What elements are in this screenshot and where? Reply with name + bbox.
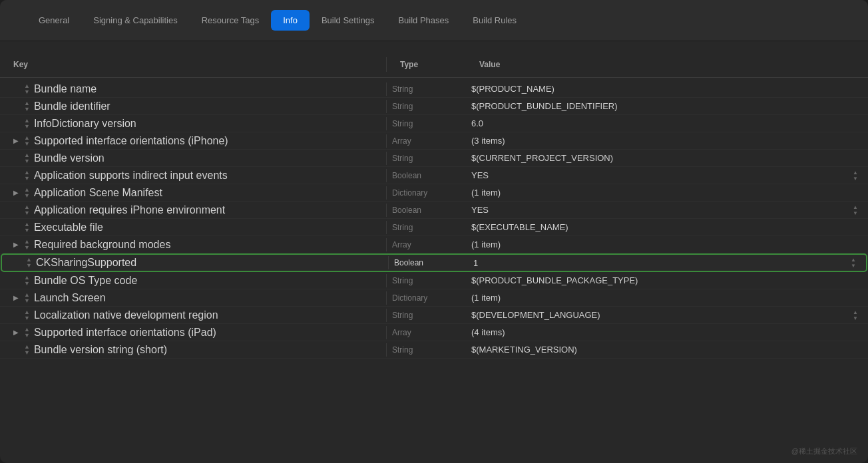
row-key-stepper[interactable]: ▲▼ (24, 152, 30, 164)
row-key-cell: ▶▲▼Application Scene Manifest (0, 185, 386, 201)
row-type-cell: Array (386, 238, 466, 251)
row-key-cell: ▶▲▼Required background modes (0, 237, 386, 253)
row-key-cell: ▲▼InfoDictionary version (0, 116, 386, 132)
row-type-cell: Dictionary (386, 291, 466, 305)
row-key-text: Supported interface orientations (iPhone… (34, 135, 228, 147)
row-type-cell: String (386, 82, 466, 96)
table-row[interactable]: ▲▼Bundle versionString$(CURRENT_PROJECT_… (0, 150, 868, 167)
row-key-cell: ▲▼Application requires iPhone environmen… (0, 202, 386, 218)
row-key-stepper[interactable]: ▲▼ (24, 275, 30, 287)
row-key-text: CKSharingSupported (36, 257, 136, 269)
row-value-cell: $(PRODUCT_BUNDLE_PACKAGE_TYPE) (466, 273, 848, 287)
row-type-cell: Array (386, 326, 466, 339)
col-header-value: Value (466, 57, 848, 72)
table-row[interactable]: ▶▲▼Supported interface orientations (iPa… (0, 324, 868, 341)
table-row[interactable]: ▲▼Executable fileString$(EXECUTABLE_NAME… (0, 219, 868, 236)
row-key-cell: ▲▼Bundle version string (short) (0, 342, 386, 358)
tab-general[interactable]: General (27, 10, 81, 31)
row-value-cell: (1 item) (466, 237, 848, 251)
row-key-stepper[interactable]: ▲▼ (24, 100, 30, 112)
row-key-cell: ▲▼CKSharingSupported (2, 255, 388, 271)
row-key-text: Launch Screen (34, 292, 106, 304)
row-type-cell: String (386, 274, 466, 287)
expand-arrow-icon[interactable]: ▶ (13, 329, 20, 336)
table-row[interactable]: ▲▼Localization native development region… (0, 307, 868, 324)
row-key-stepper[interactable]: ▲▼ (24, 309, 30, 321)
row-key-stepper[interactable]: ▲▼ (24, 292, 30, 304)
table-row[interactable]: ▲▼Bundle version string (short)String$(M… (0, 341, 868, 359)
table-row[interactable]: ▲▼Application supports indirect input ev… (0, 167, 868, 184)
row-value-cell: $(MARKETING_VERSION) (466, 343, 848, 357)
expand-arrow-icon[interactable]: ▶ (13, 137, 20, 144)
row-key-cell: ▶▲▼Supported interface orientations (iPa… (0, 325, 386, 341)
row-key-stepper[interactable]: ▲▼ (24, 222, 30, 233)
row-key-stepper[interactable]: ▲▼ (24, 239, 30, 251)
row-value-cell: $(PRODUCT_NAME) (466, 82, 848, 96)
row-value-cell: $(PRODUCT_BUNDLE_IDENTIFIER) (466, 99, 848, 113)
tab-build-phases[interactable]: Build Phases (386, 10, 461, 31)
row-key-cell: ▲▼Bundle identifier (0, 98, 386, 114)
table-row[interactable]: ▶▲▼Launch ScreenDictionary(1 item) (0, 289, 868, 307)
row-type-cell: String (386, 343, 466, 357)
row-key-cell: ▲▼Bundle OS Type code (0, 273, 386, 289)
row-key-stepper[interactable]: ▲▼ (24, 327, 30, 339)
row-type-cell: String (386, 152, 466, 165)
row-value-stepper[interactable]: ▲▼ (848, 204, 868, 216)
row-value-cell: $(EXECUTABLE_NAME) (466, 220, 848, 234)
row-key-stepper[interactable]: ▲▼ (24, 135, 30, 147)
row-key-stepper[interactable]: ▲▼ (24, 204, 30, 216)
watermark: @稀土掘金技术社区 (791, 446, 857, 456)
row-value-stepper[interactable]: ▲▼ (848, 170, 868, 182)
row-type-cell: Dictionary (386, 186, 466, 200)
row-key-stepper[interactable]: ▲▼ (24, 83, 30, 95)
col-header-type: Type (386, 57, 466, 72)
table-row[interactable]: ▲▼Application requires iPhone environmen… (0, 202, 868, 219)
row-key-stepper[interactable]: ▲▼ (24, 344, 30, 356)
table-row[interactable]: ▲▼Bundle identifierString$(PRODUCT_BUNDL… (0, 98, 868, 115)
row-value-cell: (3 items) (466, 134, 848, 148)
col-header-actions (848, 57, 868, 72)
row-type-cell: Boolean (386, 169, 466, 182)
row-key-text: Application Scene Manifest (34, 187, 162, 199)
row-value-cell: (1 item) (466, 291, 848, 305)
row-key-stepper[interactable]: ▲▼ (24, 170, 30, 182)
row-key-stepper[interactable]: ▲▼ (26, 257, 32, 269)
row-type-cell: String (386, 100, 466, 113)
expand-arrow-icon[interactable]: ▶ (13, 294, 20, 301)
row-key-text: Required background modes (34, 239, 170, 251)
tab-info[interactable]: Info (271, 10, 310, 31)
row-type-cell: String (386, 221, 466, 234)
expand-arrow-icon[interactable]: ▶ (13, 189, 20, 196)
tab-build-rules[interactable]: Build Rules (461, 10, 529, 31)
row-key-text: Executable file (34, 222, 103, 233)
row-key-text: Bundle OS Type code (34, 275, 137, 287)
row-value-cell: 6.0 (466, 116, 848, 130)
row-key-cell: ▶▲▼Launch Screen (0, 290, 386, 306)
row-value-cell: $(DEVELOPMENT_LANGUAGE) (466, 308, 848, 322)
row-type-cell: String (386, 117, 466, 130)
table-row[interactable]: ▲▼CKSharingSupportedBoolean1▲▼ (1, 253, 867, 272)
row-value-cell: YES (466, 203, 848, 217)
row-value-cell: (4 items) (466, 325, 848, 339)
table-row[interactable]: ▲▼InfoDictionary versionString6.0 (0, 115, 868, 132)
table-row[interactable]: ▲▼Bundle nameString$(PRODUCT_NAME) (0, 80, 868, 98)
row-key-cell: ▲▼Localization native development region (0, 307, 386, 323)
row-key-text: Bundle version string (short) (34, 344, 167, 356)
row-value-stepper[interactable]: ▲▼ (848, 309, 868, 321)
row-key-text: Supported interface orientations (iPad) (34, 327, 216, 339)
row-key-stepper[interactable]: ▲▼ (24, 187, 30, 199)
table-row[interactable]: ▲▼Bundle OS Type codeString$(PRODUCT_BUN… (0, 272, 868, 289)
table-row[interactable]: ▶▲▼Application Scene ManifestDictionary(… (0, 184, 868, 202)
row-key-text: InfoDictionary version (34, 118, 136, 130)
tab-build-settings[interactable]: Build Settings (310, 10, 387, 31)
table-row[interactable]: ▶▲▼Required background modesArray(1 item… (0, 236, 868, 253)
row-value-stepper[interactable]: ▲▼ (846, 257, 866, 269)
table-row[interactable]: ▶▲▼Supported interface orientations (iPh… (0, 132, 868, 150)
row-key-cell: ▲▼Bundle name (0, 81, 386, 97)
row-key-text: Localization native development region (34, 309, 218, 321)
row-key-stepper[interactable]: ▲▼ (24, 118, 30, 130)
row-key-cell: ▲▼Executable file (0, 220, 386, 235)
expand-arrow-icon[interactable]: ▶ (13, 241, 20, 248)
tab-signing[interactable]: Signing & Capabilities (81, 10, 189, 31)
tab-resource-tags[interactable]: Resource Tags (190, 10, 271, 31)
